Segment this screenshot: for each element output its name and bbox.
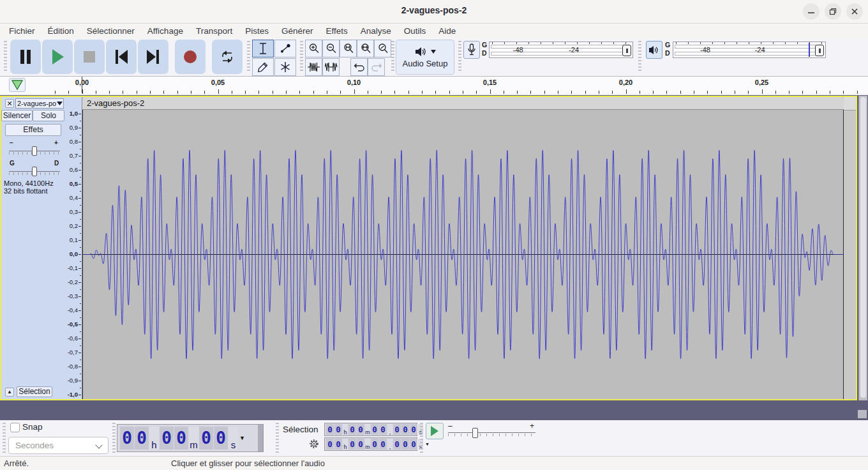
menu-item[interactable]: Aide <box>433 25 461 37</box>
multi-tool-button[interactable] <box>274 58 296 76</box>
envelope-tool-button[interactable] <box>274 40 296 57</box>
time-digit[interactable]: 0 <box>174 427 188 450</box>
pan-slider-thumb[interactable] <box>32 167 37 176</box>
play-at-speed-button[interactable] <box>426 423 444 439</box>
time-digit[interactable]: 0 <box>160 427 174 450</box>
time-digit[interactable]: 0 <box>371 424 378 435</box>
time-digit[interactable]: 0 <box>401 439 409 450</box>
zoom-fit-project-button[interactable] <box>357 40 374 57</box>
time-digit[interactable]: 0 <box>393 439 401 450</box>
track-name-box[interactable]: 2-vagues-po <box>15 98 64 109</box>
gain-slider-thumb[interactable] <box>32 146 37 156</box>
time-display-spinner[interactable] <box>258 425 263 451</box>
playback-meter-grip[interactable] <box>638 41 641 73</box>
selection-start-field[interactable]: 00h00m00,000s▼ <box>324 423 417 436</box>
pan-slider[interactable] <box>8 166 61 178</box>
playback-meter[interactable]: -48 -24 <box>673 42 826 58</box>
close-button[interactable] <box>846 3 863 20</box>
time-digit[interactable]: 0 <box>326 439 334 450</box>
time-digit[interactable]: 0 <box>199 427 213 450</box>
menu-item[interactable]: Effets <box>320 25 353 37</box>
pause-button[interactable] <box>10 40 41 74</box>
selection-toolbar-grip[interactable] <box>276 423 279 453</box>
time-digit[interactable]: 0 <box>214 427 228 450</box>
playback-level-slider[interactable] <box>815 45 824 56</box>
tools-toolbar-grip[interactable] <box>247 41 250 73</box>
menu-item[interactable]: Pistes <box>239 25 274 37</box>
time-digit[interactable]: 0 <box>393 424 401 435</box>
menu-item[interactable]: Édition <box>42 25 80 37</box>
vertical-scrollbar[interactable] <box>858 96 867 400</box>
track-effects-button[interactable]: Effets <box>5 124 61 136</box>
audio-position-display[interactable]: 00h00m00s▼ <box>117 424 264 452</box>
loop-button[interactable] <box>212 40 243 74</box>
snap-units-combo[interactable]: Secondes <box>8 437 108 454</box>
track-mute-button[interactable]: Silencer <box>1 110 33 121</box>
menu-item[interactable]: Outils <box>398 25 432 37</box>
selection-end-field[interactable]: 00h00m00,000s▼ <box>324 437 417 451</box>
zoom-out-button[interactable] <box>322 40 340 57</box>
trim-outside-selection-button[interactable] <box>305 58 322 76</box>
recording-meter-mic-button[interactable] <box>463 41 480 59</box>
undo-button[interactable] <box>350 58 368 76</box>
play-at-speed-grip[interactable] <box>420 423 423 453</box>
zoom-fit-selection-button[interactable] <box>340 40 357 57</box>
menu-item[interactable]: Transport <box>190 25 238 37</box>
menu-item[interactable]: Générer <box>276 25 319 37</box>
restore-button[interactable] <box>825 3 841 20</box>
menu-item[interactable]: Fichier <box>3 25 41 37</box>
clip-area[interactable]: 2-vagues-pos-2 <box>82 97 856 399</box>
time-digit[interactable]: 0 <box>379 439 387 450</box>
time-digit[interactable]: 0 <box>371 439 378 450</box>
time-digit[interactable]: 0 <box>401 424 409 435</box>
track-collapse-button[interactable]: ▲ <box>5 388 14 397</box>
time-digit[interactable]: 0 <box>357 424 364 435</box>
recording-level-slider[interactable] <box>622 45 631 56</box>
draw-tool-button[interactable] <box>252 58 274 76</box>
time-digit[interactable]: 0 <box>334 439 342 450</box>
track-close-button[interactable]: ✕ <box>5 99 14 108</box>
record-button[interactable] <box>175 40 206 74</box>
vertical-scale-ruler[interactable]: 1,00,90,80,70,60,50,40,30,20,10,0-0,1-0,… <box>65 97 82 399</box>
selection-tool-button[interactable] <box>252 40 274 57</box>
track-solo-button[interactable]: Solo <box>33 110 64 121</box>
audio-setup-toolbar-grip[interactable] <box>391 41 394 73</box>
transport-toolbar-grip[interactable] <box>4 41 7 73</box>
recording-meter-grip[interactable] <box>458 41 461 73</box>
menu-item[interactable]: Sélectionner <box>81 25 140 37</box>
recording-meter[interactable]: -48 -24 <box>489 42 633 58</box>
minimize-button[interactable] <box>803 3 819 20</box>
snap-checkbox[interactable] <box>10 423 20 432</box>
zoom-toggle-button[interactable] <box>374 40 391 57</box>
time-format-caret-icon[interactable]: ▼ <box>425 442 430 446</box>
playback-meter-speaker-button[interactable] <box>646 41 662 59</box>
time-format-caret-icon[interactable]: ▼ <box>239 435 245 441</box>
vertical-scrollbar-thumb[interactable] <box>860 97 866 398</box>
time-toolbar-grip[interactable] <box>112 423 116 453</box>
menu-item[interactable]: Analyse <box>355 25 397 37</box>
time-digit[interactable]: 0 <box>410 424 417 435</box>
selection-settings-button[interactable] <box>308 438 320 450</box>
gain-slider[interactable] <box>8 146 61 157</box>
redo-button[interactable] <box>368 58 385 76</box>
play-button[interactable] <box>42 40 73 74</box>
time-digit[interactable]: 0 <box>357 439 364 450</box>
skip-to-end-button[interactable] <box>138 40 168 74</box>
timeline-ruler[interactable]: 0,000,050,100,150,200,25 <box>0 77 868 95</box>
zoom-in-button[interactable] <box>305 40 322 57</box>
time-digit[interactable]: 0 <box>348 439 356 450</box>
time-digit[interactable]: 0 <box>326 424 334 435</box>
play-speed-slider-thumb[interactable] <box>472 428 478 438</box>
menu-item[interactable]: Affichage <box>142 25 189 37</box>
time-digit[interactable]: 0 <box>410 439 417 450</box>
clip-header[interactable]: 2-vagues-pos-2 <box>82 97 844 110</box>
time-digit[interactable]: 0 <box>135 427 149 450</box>
skip-to-start-button[interactable] <box>106 40 137 74</box>
time-digit[interactable]: 0 <box>348 424 356 435</box>
time-digit[interactable]: 0 <box>379 424 387 435</box>
time-digit[interactable]: 0 <box>334 424 342 435</box>
track-select-button[interactable]: Sélection <box>17 386 52 397</box>
stop-button[interactable] <box>74 40 105 74</box>
edit-toolbar-grip[interactable] <box>300 41 303 73</box>
silence-selection-button[interactable] <box>322 58 340 76</box>
